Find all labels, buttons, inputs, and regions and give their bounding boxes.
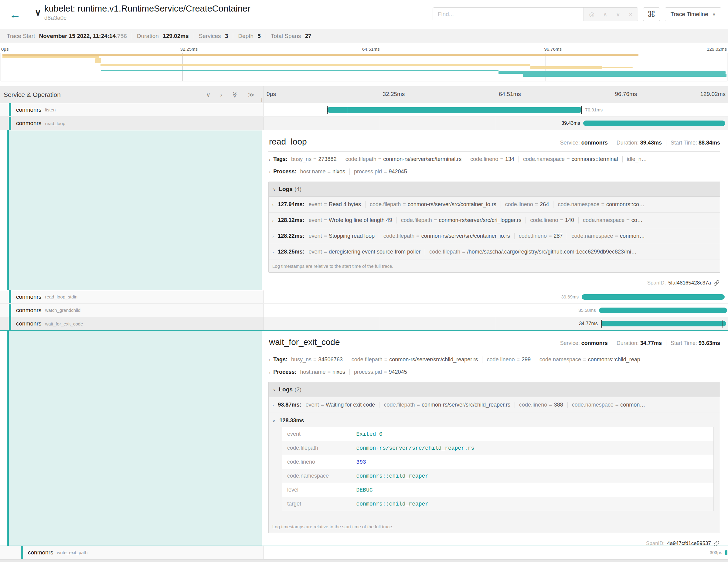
logs-header[interactable]: ∨Logs (4) <box>269 182 720 197</box>
pair-value: /home/sascha/.cargo/registry/src/github.… <box>467 249 637 255</box>
detail-divider <box>268 352 720 352</box>
span-duration-bar[interactable] <box>582 294 725 300</box>
key-value-pair: code.namespace=conmonrs::co… <box>553 201 649 208</box>
summary-item: Services 3 <box>194 33 233 39</box>
pair-value: conmon… <box>620 233 645 239</box>
meta-label: Start Time: <box>671 140 699 146</box>
logs-footer-note: Log timestamps are relative to the start… <box>269 260 720 272</box>
key-value-pair: process.pid=942045 <box>349 169 411 175</box>
service-name: conmonrs <box>16 294 41 300</box>
span-timeline-cell[interactable]: 35.58ms <box>264 304 728 317</box>
expand-collapse-controls: ∨›≫≫ <box>206 92 254 98</box>
span-log-marker <box>601 320 602 328</box>
key-value-pair: code.lineno=134 <box>466 156 519 162</box>
logs-label: Logs <box>279 186 293 192</box>
span-name-cell[interactable]: conmonrsread_loop <box>0 117 264 130</box>
column-resizer[interactable]: ∥ <box>260 98 263 102</box>
span-name-cell[interactable]: conmonrslisten <box>0 103 264 117</box>
key-value-pair: code.filepath=conmon-rs/server/src/cri_l… <box>396 217 526 223</box>
logs-header[interactable]: ∨Logs (2) <box>269 382 720 397</box>
field-value: conmonrs::child_reaper <box>352 497 714 511</box>
span-name-cell[interactable]: conmonrsread_loop_stdin <box>0 290 264 304</box>
span-row-listen[interactable]: conmonrslisten70.91ms <box>0 103 728 117</box>
next-result-icon[interactable]: ∨ <box>616 11 621 18</box>
back-button[interactable]: ← <box>0 0 30 29</box>
minimap-tick-label: 64.51ms <box>362 46 380 52</box>
meta-value: 88.84ms <box>699 140 720 146</box>
deep-link-icon[interactable] <box>713 540 719 546</box>
pair-value: conmonrs::co… <box>606 201 645 207</box>
clear-search-icon[interactable]: × <box>629 11 632 18</box>
log-entry-expanded[interactable]: ∨128.33mseventExited 0code.filepathconmo… <box>269 413 720 520</box>
chevron-right-icon: › <box>269 157 270 162</box>
span-name-cell[interactable]: conmonrswatch_grandchild <box>0 304 264 317</box>
span-timeline-cell[interactable]: 303μs <box>264 546 728 559</box>
collapse-one-icon[interactable]: ∨ <box>206 92 211 98</box>
pair-key: code.namespace <box>572 402 614 408</box>
pair-key: code.lineno <box>530 217 558 223</box>
logs-count: (4) <box>294 186 301 192</box>
span-timeline-cell[interactable]: 39.43ms <box>264 117 728 130</box>
match-locate-icon[interactable]: ◎ <box>589 11 594 18</box>
key-value-pair: code.filepath=conmon-rs/server/src/child… <box>347 356 482 363</box>
span-name-cell[interactable]: conmonrswait_for_exit_code <box>0 317 264 330</box>
timeline-tick-label: 96.76ms <box>615 91 637 97</box>
timeline-gridline <box>496 290 496 303</box>
span-duration-bar[interactable] <box>725 550 728 555</box>
field-value: Exited 0 <box>352 427 714 441</box>
span-timeline-cell[interactable]: 34.77ms <box>264 317 728 330</box>
pair-key: code.namespace <box>571 233 613 239</box>
minimap-canvas[interactable] <box>1 53 727 81</box>
span-duration-bar[interactable] <box>327 107 582 113</box>
summary-value: 3 <box>223 33 228 39</box>
log-entry[interactable]: ›128.25ms:event=deregistering event sour… <box>269 244 720 260</box>
pair-key: code.lineno <box>470 156 498 162</box>
span-log-marker <box>725 119 725 127</box>
pair-key: process.pid <box>354 369 382 375</box>
logs-count: (2) <box>294 386 301 393</box>
keyboard-shortcuts-button[interactable]: ⌘ <box>643 7 660 21</box>
log-entry[interactable]: ›128.22ms:event=Stopping read loopcode.f… <box>269 228 720 244</box>
key-value-pair: code.filepath=conmon-rs/server/src/child… <box>379 402 515 408</box>
expand-one-icon[interactable]: › <box>220 92 222 98</box>
process-accordion[interactable]: ›Process:host.name=nixosprocess.pid=9420… <box>268 366 720 378</box>
find-input[interactable] <box>433 8 583 21</box>
deep-link-icon[interactable] <box>713 280 719 286</box>
expand-all-icon[interactable]: ≫ <box>248 92 254 98</box>
span-name-cell[interactable]: conmonrswrite_exit_path <box>0 546 264 559</box>
collapse-all-icon[interactable]: ≫ <box>232 91 238 98</box>
key-value-pair: code.lineno=264 <box>501 201 553 208</box>
span-row-read_loop[interactable]: conmonrsread_loop39.43ms <box>0 117 728 130</box>
process-accordion[interactable]: ›Process:host.name=nixosprocess.pid=9420… <box>268 165 720 178</box>
pair-key: process.pid <box>354 169 382 175</box>
span-row-wait_for_exit_code[interactable]: conmonrswait_for_exit_code34.77ms <box>0 317 728 330</box>
span-duration-bar[interactable] <box>599 308 727 313</box>
prev-result-icon[interactable]: ∧ <box>603 11 607 18</box>
process-label: Process: <box>273 169 296 175</box>
tags-accordion[interactable]: ›Tags:busy_ns=273882code.filepath=conmon… <box>268 153 720 165</box>
page-title: kubelet: runtime.v1.RuntimeService/Creat… <box>44 4 250 14</box>
service-name: conmonrs <box>16 320 41 327</box>
log-entry[interactable]: ›93.87ms:event=Waiting for exit codecode… <box>269 397 720 413</box>
timeline-tick-label: 64.51ms <box>499 91 521 97</box>
key-value-pair: code.namespace=conmon… <box>567 233 649 239</box>
minimap-span-bar <box>100 64 530 66</box>
span-timeline-cell[interactable]: 39.69ms <box>264 290 728 304</box>
collapse-trace-chevron-icon[interactable]: ∨ <box>35 8 41 17</box>
span-duration-bar[interactable] <box>601 321 726 326</box>
span-row-write_exit_path[interactable]: conmonrswrite_exit_path303μs <box>0 546 728 559</box>
pair-equals: = <box>565 156 572 162</box>
span-timeline-cell[interactable]: 70.91ms <box>264 103 728 117</box>
service-color-strip <box>9 117 11 130</box>
span-row-read_loop_stdin[interactable]: conmonrsread_loop_stdin39.69ms <box>0 290 728 304</box>
summary-value: November 15 2022, 11:24:14 <box>37 33 116 39</box>
view-selector-button[interactable]: Trace Timeline ∨ <box>665 7 721 21</box>
timeline-gridline <box>496 304 496 317</box>
span-id-label: SpanID: <box>646 540 665 546</box>
log-entry[interactable]: ›128.12ms:event=Wrote log line of length… <box>269 213 720 228</box>
span-detail-wait_for_exit_code: wait_for_exit_codeService: conmonrsDurat… <box>0 330 728 546</box>
span-row-watch_grandchild[interactable]: conmonrswatch_grandchild35.58ms <box>0 304 728 317</box>
tags-accordion[interactable]: ›Tags:busy_ns=34506763code.filepath=conm… <box>268 353 720 366</box>
span-duration-bar[interactable] <box>583 121 725 126</box>
log-entry[interactable]: ›127.94ms:event=Read 4 bytescode.filepat… <box>269 197 720 213</box>
